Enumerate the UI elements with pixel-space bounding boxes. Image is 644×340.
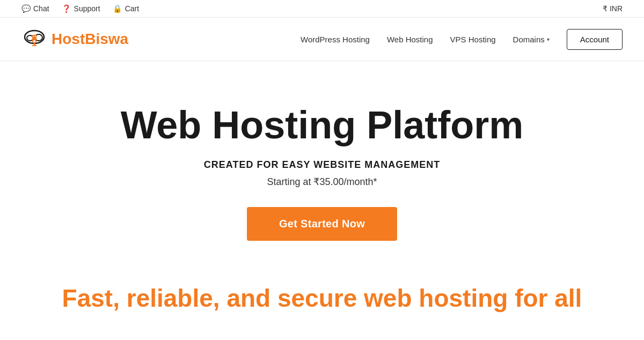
get-started-button[interactable]: Get Started Now: [247, 207, 397, 241]
svg-point-8: [35, 36, 36, 37]
support-label: Support: [74, 4, 100, 13]
nav-links: WordPress Hosting Web Hosting VPS Hostin…: [301, 29, 623, 50]
chat-label: Chat: [33, 4, 49, 13]
cart-icon: 🔒: [113, 4, 122, 13]
bottom-tagline: Fast, reliable, and secure web hosting f…: [21, 284, 623, 313]
chat-link[interactable]: 💬 Chat: [21, 4, 49, 13]
bottom-section: Fast, reliable, and secure web hosting f…: [0, 273, 644, 313]
hero-subtitle: CREATED FOR EASY WEBSITE MANAGEMENT: [204, 159, 440, 171]
nav-wordpress-hosting[interactable]: WordPress Hosting: [301, 35, 370, 44]
logo-text: HostBiswa: [52, 31, 128, 48]
hero-price: Starting at ₹35.00/month*: [267, 176, 377, 188]
svg-point-4: [33, 40, 36, 43]
support-icon: ❓: [62, 4, 71, 13]
account-button[interactable]: Account: [567, 29, 623, 50]
cart-link[interactable]: 🔒 Cart: [113, 4, 139, 13]
logo-host: Host: [52, 31, 85, 47]
cart-label: Cart: [125, 4, 139, 13]
svg-point-7: [33, 36, 34, 37]
currency-selector[interactable]: ₹ INR: [603, 4, 623, 13]
support-link[interactable]: ❓ Support: [62, 4, 100, 13]
currency-label: ₹ INR: [603, 4, 623, 13]
chat-icon: 💬: [21, 4, 30, 13]
logo-biswa: Biswa: [85, 31, 128, 47]
nav-web-hosting[interactable]: Web Hosting: [387, 35, 433, 44]
hero-section: Web Hosting Platform CREATED FOR EASY WE…: [0, 61, 644, 273]
logo-icon: [21, 26, 47, 52]
main-navbar: HostBiswa WordPress Hosting Web Hosting …: [0, 18, 644, 61]
nav-domains[interactable]: Domains ▾: [513, 35, 550, 44]
domains-dropdown-arrow: ▾: [547, 36, 550, 42]
hero-title: Web Hosting Platform: [121, 104, 524, 146]
nav-vps-hosting[interactable]: VPS Hosting: [450, 35, 496, 44]
top-bar-left: 💬 Chat ❓ Support 🔒 Cart: [21, 4, 139, 13]
logo[interactable]: HostBiswa: [21, 26, 128, 52]
top-bar: 💬 Chat ❓ Support 🔒 Cart ₹ INR: [0, 0, 644, 18]
